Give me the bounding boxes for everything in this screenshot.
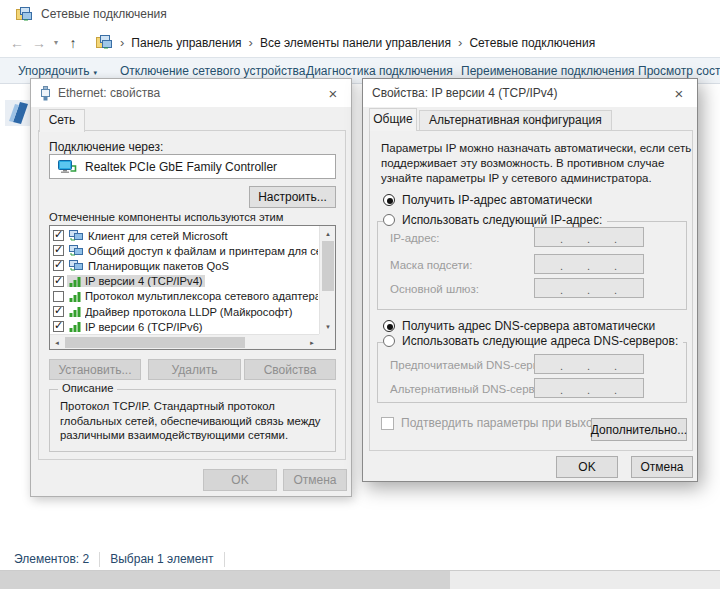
components-rows: Клиент для сетей Microsoft Общий доступ … [51, 228, 318, 335]
ethernet-dialog-title: Ethernet: свойства [58, 86, 315, 100]
preferred-dns-field [534, 354, 644, 374]
ipv4-properties-dialog: Свойства: IP версии 4 (TCP/IPv4) × Общие… [362, 78, 698, 482]
radio-auto-ip[interactable]: Получить IP-адрес автоматически [383, 193, 592, 207]
up-icon[interactable]: ↑ [62, 35, 84, 51]
default-gateway-label: Основной шлюз: [390, 283, 479, 295]
radio-unselected-icon[interactable] [383, 214, 395, 226]
rename-connection-button[interactable]: Переименование подключения [461, 64, 635, 78]
protocol-icon [69, 291, 82, 302]
diagnose-connection-button[interactable]: Диагностика подключения [306, 64, 453, 78]
close-icon[interactable]: × [315, 79, 351, 107]
scrollbar-corner [319, 334, 335, 349]
disable-device-button[interactable]: Отключение сетевого устройства [120, 64, 305, 78]
component-row[interactable]: Драйвер протокола LLDP (Майкрософт) [51, 304, 318, 319]
component-row[interactable]: Клиент для сетей Microsoft [51, 228, 318, 243]
desktop-area-dark [0, 571, 450, 589]
status-items-count: Элементов: 2 [14, 552, 89, 566]
scroll-down-icon[interactable]: ▼ [320, 319, 336, 334]
status-selection: Выбран 1 элемент [110, 552, 213, 566]
breadcrumb-network-connections[interactable]: Сетевые подключения [469, 36, 595, 50]
ethernet-dialog-titlebar: Ethernet: свойства × [31, 79, 351, 107]
component-checkbox[interactable] [53, 291, 64, 302]
adapter-display: Realtek PCIe GbE Family Controller [49, 154, 336, 179]
tab-network[interactable]: Сеть [39, 109, 85, 132]
component-row[interactable]: IP версии 6 (TCP/IPv6) [51, 319, 318, 334]
back-icon[interactable]: ← [6, 35, 28, 51]
ip-address-label: IP-адрес: [390, 232, 440, 244]
scroll-left-icon[interactable]: ◄ [50, 335, 64, 350]
radio-manual-dns[interactable]: Использовать следующие адреса DNS-сервер… [383, 334, 683, 348]
navigation-bar: ← → ▾ ↑ › Панель управления › Все элемен… [0, 28, 720, 57]
protocol-icon [69, 306, 82, 317]
component-checkbox[interactable] [53, 321, 64, 332]
close-icon[interactable]: × [661, 79, 697, 107]
connection-item-partial[interactable] [3, 94, 30, 135]
tab-alternate-config[interactable]: Альтернативная конфигурация [419, 110, 612, 130]
component-checkbox[interactable] [53, 276, 64, 287]
organize-menu[interactable]: Упорядочить▾ [18, 64, 97, 78]
ok-button[interactable]: OK [203, 469, 277, 491]
subnet-mask-field [534, 254, 644, 274]
tab-general[interactable]: Общие [369, 108, 417, 131]
horizontal-scrollbar[interactable]: ◄ ► [50, 334, 319, 349]
crumb-separator: › [120, 35, 124, 50]
component-checkbox[interactable] [53, 245, 64, 256]
configure-button[interactable]: Настроить... [249, 186, 336, 208]
radio-auto-dns[interactable]: Получить адрес DNS-сервера автоматически [383, 319, 655, 333]
window-titlebar: Сетевые подключения [0, 0, 720, 28]
address-folder-icon [96, 35, 113, 50]
description-text: Протокол TCP/IP. Стандартный протокол гл… [60, 399, 334, 443]
radio-selected-icon[interactable] [383, 194, 395, 206]
status-divider [99, 552, 100, 567]
status-divider [224, 552, 225, 567]
properties-button: Свойства [244, 359, 336, 380]
alternate-dns-field [534, 378, 644, 398]
organize-arrow-icon: ▾ [93, 69, 97, 76]
ipv4-dialog-titlebar: Свойства: IP версии 4 (TCP/IPv4) × [363, 79, 697, 107]
protocol-icon [69, 276, 82, 287]
protocol-icon [69, 321, 82, 332]
component-checkbox[interactable] [53, 230, 64, 241]
view-status-button[interactable]: Просмотр состояния подключения [638, 64, 720, 78]
forward-icon[interactable]: → [28, 35, 50, 51]
manual-ip-groupbox: IP-адрес: Маска подсети: Основной шлюз: [377, 221, 687, 310]
breadcrumb-all-items[interactable]: Все элементы панели управления [260, 36, 451, 50]
cancel-button[interactable]: Отмена [631, 456, 693, 478]
vertical-scroll-thumb[interactable] [322, 241, 334, 291]
vertical-scrollbar[interactable]: ▲ ▼ [319, 226, 335, 334]
uninstall-button: Удалить [148, 359, 241, 380]
scroll-up-icon[interactable]: ▲ [320, 226, 336, 241]
advanced-button[interactable]: Дополнительно... [591, 418, 687, 441]
components-listbox: Клиент для сетей Microsoft Общий доступ … [49, 225, 336, 350]
component-checkbox[interactable] [53, 306, 64, 317]
network-adapter-icon [58, 160, 77, 174]
component-checkbox[interactable] [53, 260, 64, 271]
component-row[interactable]: Протокол мультиплексора сетевого адаптер… [51, 289, 318, 304]
connect-using-label: Подключение через: [49, 140, 163, 154]
horizontal-scroll-thumb[interactable] [65, 337, 245, 348]
radio-selected-icon[interactable] [383, 320, 395, 332]
breadcrumb-control-panel[interactable]: Панель управления [131, 36, 241, 50]
network-connections-icon [16, 6, 32, 22]
radio-unselected-icon[interactable] [383, 335, 395, 347]
description-group-label: Описание [58, 382, 117, 394]
window-title: Сетевые подключения [41, 7, 167, 21]
component-row[interactable]: Общий доступ к файлам и принтерам для се… [51, 243, 318, 258]
desktop-area [0, 570, 720, 589]
crumb-separator: › [458, 35, 462, 50]
component-row[interactable]: Планировщик пакетов QoS [51, 258, 318, 273]
ok-button[interactable]: OK [556, 456, 618, 478]
intro-text: Параметры IP можно назначать автоматичес… [381, 141, 693, 186]
component-row-selected[interactable]: IP версии 4 (TCP/IPv4) [51, 274, 318, 289]
client-service-icon [69, 245, 85, 257]
history-dropdown-icon[interactable]: ▾ [50, 38, 62, 47]
crumb-separator: › [249, 35, 253, 50]
scroll-right-icon[interactable]: ► [305, 335, 319, 350]
checkbox-unchecked-icon [381, 417, 394, 430]
client-service-icon [69, 260, 85, 272]
status-bar: Элементов: 2 Выбран 1 элемент [0, 548, 720, 570]
radio-manual-ip[interactable]: Использовать следующий IP-адрес: [383, 213, 607, 227]
ethernet-properties-dialog: Ethernet: свойства × Сеть Подключение че… [30, 78, 352, 497]
cancel-button[interactable]: Отмена [283, 469, 347, 491]
default-gateway-field [534, 278, 644, 298]
